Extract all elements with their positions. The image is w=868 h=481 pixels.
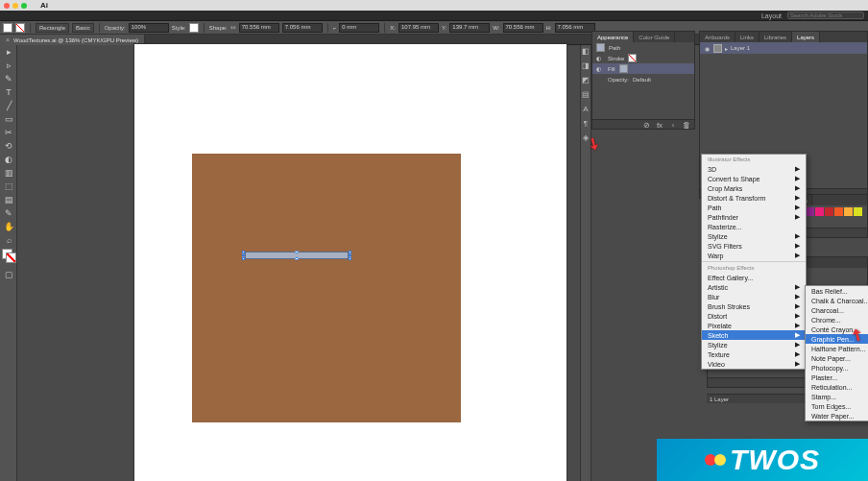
panel-icon[interactable]: ¶ [584, 119, 588, 128]
opacity-field[interactable]: 100% [129, 23, 169, 33]
y-field[interactable]: 139.7 mm [449, 23, 490, 33]
type-tool[interactable]: T [0, 85, 17, 99]
submenu-item[interactable]: Reticulation... [806, 382, 868, 392]
link-wh-icon[interactable]: ⬄ [230, 24, 236, 32]
menu-item[interactable]: Stylize▶ [702, 340, 806, 349]
menu-item[interactable]: 3D▶ [702, 164, 806, 174]
rectangle-tool[interactable]: ▭ [0, 112, 17, 126]
handle-tm[interactable] [296, 251, 299, 253]
effects-submenu[interactable]: Bas Relief...Chalk & Charcoal...Charcoal… [805, 285, 868, 421]
tab-color-guide[interactable]: Color Guide [634, 32, 675, 42]
screen-mode-icon[interactable]: ▢ [0, 268, 17, 281]
window-controls[interactable] [4, 3, 27, 9]
submenu-item[interactable]: Chrome... [806, 315, 868, 325]
submenu-item[interactable]: Bas Relief... [806, 286, 868, 296]
stroke-swatch[interactable] [15, 23, 25, 33]
menu-item[interactable]: Path▶ [702, 203, 806, 212]
zoom-tool[interactable]: ⌕ [0, 233, 17, 247]
menu-item[interactable]: Warp▶ [702, 251, 806, 260]
swatch[interactable] [815, 207, 824, 216]
submenu-item[interactable]: Chalk & Charcoal... [806, 296, 868, 305]
swatch[interactable] [825, 207, 833, 216]
workspace-switcher[interactable]: Layout [761, 12, 782, 19]
swatch[interactable] [834, 207, 843, 216]
menu-item[interactable]: Pathfinder▶ [702, 212, 806, 222]
menu-item[interactable]: Blur▶ [702, 292, 806, 301]
stroke-none-icon[interactable] [628, 54, 637, 62]
w-field[interactable]: 70.556 mm [503, 23, 543, 33]
handle-br[interactable] [349, 257, 351, 260]
menu-item[interactable]: Pixelate▶ [702, 321, 806, 330]
submenu-item[interactable]: Stamp... [806, 392, 868, 401]
width-tool[interactable]: ▥ [0, 166, 17, 180]
submenu-item[interactable]: Graphic Pen... [806, 334, 868, 344]
tab-libraries[interactable]: Libraries [760, 32, 792, 42]
tab-links[interactable]: Links [735, 32, 760, 42]
submenu-item[interactable]: Plaster... [806, 373, 868, 382]
line-tool[interactable]: ╱ [0, 99, 17, 112]
menu-item[interactable]: Distort▶ [702, 311, 806, 321]
submenu-item[interactable]: Note Paper... [806, 353, 868, 363]
effects-menu[interactable]: Illustrator Effects3D▶Convert to Shape▶C… [701, 154, 807, 370]
menu-item[interactable]: Artistic▶ [702, 282, 806, 292]
fill-stroke-swatches[interactable] [0, 249, 16, 268]
document-tab[interactable]: × WoodTextures.ai @ 136% (CMYK/GPU Previ… [0, 35, 145, 45]
handle-bl[interactable] [242, 257, 245, 260]
fill-row-label[interactable]: Fill [608, 66, 615, 72]
menu-item[interactable]: Distort & Transform▶ [702, 193, 806, 203]
close-tab-icon[interactable]: × [6, 36, 10, 43]
shape-builder-tool[interactable]: ⬚ [0, 180, 17, 193]
menu-item[interactable]: SVG Filters▶ [702, 241, 806, 251]
menu-item[interactable]: Sketch▶ [702, 330, 806, 340]
artboard[interactable] [134, 44, 567, 481]
panel-icon[interactable]: ◈ [583, 133, 589, 142]
panel-icon[interactable]: ▤ [582, 90, 590, 99]
rotate-tool[interactable]: ⟲ [0, 139, 17, 153]
panel-icon[interactable]: A [583, 105, 588, 113]
submenu-item[interactable]: Water Paper... [806, 411, 868, 421]
submenu-item[interactable]: Conté Crayon... [806, 325, 868, 334]
tab-artboards[interactable]: Artboards [700, 32, 735, 42]
swatch[interactable] [854, 207, 862, 216]
scale-tool[interactable]: ◐ [0, 153, 17, 166]
brown-rectangle[interactable] [192, 154, 461, 422]
h-field[interactable]: 7.056 mm [555, 23, 595, 33]
fill-color-icon[interactable] [619, 64, 628, 73]
selection-type[interactable]: Rectangle [36, 23, 69, 33]
submenu-item[interactable]: Torn Edges... [806, 401, 868, 411]
menu-item[interactable]: Effect Gallery... [702, 273, 806, 282]
opacity-row-label[interactable]: Opacity: [608, 77, 629, 83]
menu-item[interactable]: Video▶ [702, 359, 806, 369]
stroke-color-icon[interactable] [6, 253, 16, 263]
fx-button-icon[interactable]: fx [656, 121, 663, 129]
app-name[interactable]: Ai [40, 1, 48, 10]
fill-swatch[interactable] [3, 23, 12, 33]
panel-icon[interactable]: ◨ [582, 61, 590, 70]
panel-icon[interactable]: ◧ [582, 47, 590, 56]
menu-item[interactable]: Stylize▶ [702, 231, 806, 241]
brush-definition[interactable]: Basic [72, 23, 94, 33]
scissors-tool[interactable]: ✂ [0, 126, 17, 139]
handle-bm[interactable] [296, 257, 299, 260]
style-swatch[interactable] [189, 23, 199, 33]
selected-rectangle[interactable] [242, 251, 351, 260]
new-icon[interactable]: ▫ [669, 121, 677, 129]
eyedropper-tool[interactable]: ✎ [0, 206, 17, 220]
close-icon[interactable] [4, 3, 10, 9]
opacity-row-value[interactable]: Default [633, 77, 651, 83]
submenu-item[interactable]: Charcoal... [806, 305, 868, 315]
shape-w-field[interactable]: 70.556 mm [239, 23, 279, 33]
menu-item[interactable]: Texture▶ [702, 349, 806, 359]
panel-icon[interactable]: ◩ [582, 76, 590, 84]
menu-item[interactable]: Rasterize... [702, 222, 806, 231]
layer-name[interactable]: Layer 1 [731, 45, 750, 51]
trash-icon[interactable]: 🗑 [683, 121, 690, 129]
tab-appearance[interactable]: Appearance [592, 32, 634, 42]
x-field[interactable]: 107.95 mm [398, 23, 439, 33]
selection-tool[interactable]: ▸ [0, 45, 17, 59]
submenu-item[interactable]: Photocopy... [806, 363, 868, 373]
stroke-row-label[interactable]: Stroke [608, 56, 624, 61]
layer-row[interactable]: ◉ ▸ Layer 1 [700, 42, 867, 54]
swatch[interactable] [844, 207, 853, 216]
menu-item[interactable]: Brush Strokes▶ [702, 301, 806, 311]
